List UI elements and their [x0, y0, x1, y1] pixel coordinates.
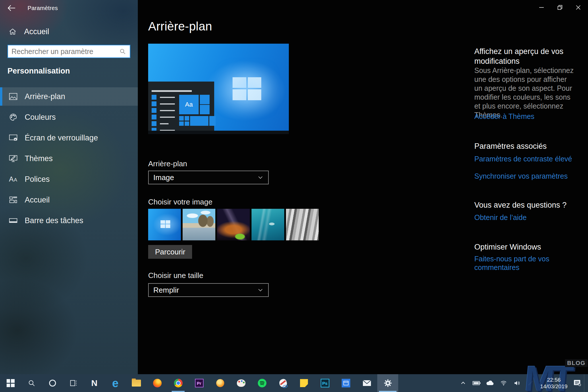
wallpaper-thumbnail-underwater-diver[interactable]: [252, 209, 284, 240]
close-button[interactable]: [573, 2, 583, 13]
search-input[interactable]: [8, 45, 119, 57]
desktop: Paramètres Accueil Personnalisation: [0, 0, 588, 392]
optimize-heading: Optimiser Windows: [474, 242, 541, 252]
sidebar-item-start[interactable]: Accueil: [0, 191, 138, 209]
taskbar-clock[interactable]: 22:56 14/03/2019: [537, 374, 570, 392]
taskbar-settings[interactable]: [377, 374, 398, 392]
wallpaper-thumbnail-beach-rocks[interactable]: [183, 209, 215, 240]
clock-time: 22:56: [547, 376, 561, 383]
cortana-icon: [49, 380, 56, 387]
wallpaper-thumbnail-windows-default[interactable]: [148, 209, 181, 240]
pen-icon: [527, 379, 534, 387]
taskbar-notepad[interactable]: N: [84, 374, 105, 392]
preview-settings-mock: Aa: [148, 82, 214, 131]
taskbar-firefox[interactable]: [147, 374, 168, 392]
firefox-icon: [153, 379, 162, 387]
sidebar-item-lock-screen[interactable]: Écran de verrouillage: [0, 129, 138, 147]
related-settings-heading: Paramètres associés: [474, 141, 547, 151]
taskbar-xnview[interactable]: [210, 374, 231, 392]
sidebar-item-colors[interactable]: Couleurs: [0, 108, 138, 126]
taskbar-paint[interactable]: [231, 374, 252, 392]
sidebar-item-background[interactable]: Arrière-plan: [0, 87, 138, 106]
search-icon[interactable]: [119, 48, 127, 55]
minimize-icon: [538, 4, 545, 11]
notepad-icon: N: [91, 378, 98, 388]
fonts-icon: AA: [9, 176, 18, 183]
sidebar: Paramètres Accueil Personnalisation: [0, 0, 138, 374]
taskbar-spotify[interactable]: [252, 374, 272, 392]
wallpaper-thumbnail-night-camping[interactable]: [217, 209, 250, 240]
preview-description: Sous Arrière-plan, sélectionnez une des …: [474, 66, 576, 119]
close-icon: [575, 4, 581, 11]
taskbar-photoshop[interactable]: Ps: [314, 374, 335, 392]
spotify-icon: [258, 379, 266, 387]
taskbar-movies-tv[interactable]: [335, 374, 356, 392]
show-desktop-button[interactable]: [584, 374, 588, 392]
background-type-dropdown[interactable]: Image: [148, 171, 269, 184]
titlebar: Paramètres: [0, 0, 138, 16]
taskbar-search-button[interactable]: [21, 374, 42, 392]
taskbar-premiere[interactable]: Pr: [189, 374, 210, 392]
settings-window: Paramètres Accueil Personnalisation: [0, 0, 588, 374]
action-center-button[interactable]: [570, 374, 584, 392]
sidebar-nav: Arrière-plan Couleurs Écran de verrouill…: [0, 87, 138, 232]
page-title: Arrière-plan: [148, 20, 212, 33]
chevron-down-icon: [257, 174, 264, 181]
start-button[interactable]: [0, 374, 21, 392]
taskbar-chrome[interactable]: [168, 374, 189, 392]
taskbar-file-explorer[interactable]: [126, 374, 147, 392]
palette-icon: [9, 113, 18, 121]
browse-button[interactable]: Parcourir: [148, 245, 192, 259]
tray-chevron-up[interactable]: [456, 374, 470, 392]
tray-battery[interactable]: [470, 374, 483, 392]
sticky-notes-icon: [300, 379, 308, 387]
background-preview: Aa: [148, 44, 289, 134]
preview-taskbar-strip: [148, 131, 289, 134]
sidebar-item-taskbar[interactable]: Barre des tâches: [0, 211, 138, 230]
cortana-button[interactable]: [42, 374, 63, 392]
sidebar-item-home[interactable]: Accueil: [0, 26, 138, 37]
restore-button[interactable]: [555, 2, 565, 13]
window-title: Paramètres: [28, 5, 58, 11]
xnview-icon: [216, 379, 224, 387]
paint-palette-icon: [237, 379, 245, 387]
taskbar-mail[interactable]: [356, 374, 377, 392]
tray-onedrive[interactable]: [483, 374, 497, 392]
feedback-link[interactable]: Faites-nous part de vos commentaires: [474, 254, 576, 272]
mail-icon: [363, 380, 371, 387]
lock-screen-icon: [9, 134, 18, 142]
get-help-link[interactable]: Obtenir de l’aide: [474, 213, 576, 222]
minimize-button[interactable]: [536, 2, 547, 13]
wallpaper-thumbnail-bw-cliff[interactable]: [286, 209, 319, 240]
battery-icon: [472, 380, 481, 386]
background-type-label: Arrière-plan: [148, 159, 187, 168]
sidebar-item-fonts[interactable]: AA Polices: [0, 170, 138, 188]
choose-size-label: Choisir une taille: [148, 271, 203, 280]
search-box: [7, 45, 130, 58]
taskbar-apps: N e Pr: [0, 374, 398, 392]
taskbar: N e Pr: [0, 374, 588, 392]
preview-sidebar-rows: [152, 95, 175, 134]
taskbar-rect-icon: [9, 217, 18, 224]
sidebar-item-themes[interactable]: Thèmes: [0, 149, 138, 168]
taskbar-sticky-notes[interactable]: [293, 374, 314, 392]
sync-settings-link[interactable]: Synchroniser vos paramètres: [474, 172, 576, 180]
image-icon: [9, 93, 18, 100]
photoshop-icon: Ps: [321, 379, 329, 387]
windows-logo: [233, 77, 261, 100]
themes-link[interactable]: Accéder à Thèmes: [474, 112, 576, 121]
high-contrast-link[interactable]: Paramètres de contraste élevé: [474, 155, 576, 163]
back-button[interactable]: [6, 3, 17, 13]
chrome-icon: [174, 379, 183, 387]
home-icon: [9, 28, 17, 36]
chevron-down-icon: [257, 286, 264, 294]
taskbar-screentogif[interactable]: [272, 374, 293, 392]
tray-pen[interactable]: [524, 374, 537, 392]
size-dropdown[interactable]: Remplir: [148, 283, 269, 297]
action-center-icon: [573, 379, 582, 387]
windows-logo-icon: [160, 220, 170, 228]
task-view-button[interactable]: [63, 374, 84, 392]
tray-volume[interactable]: [510, 374, 524, 392]
tray-wifi[interactable]: [497, 374, 510, 392]
taskbar-edge[interactable]: e: [105, 374, 126, 392]
